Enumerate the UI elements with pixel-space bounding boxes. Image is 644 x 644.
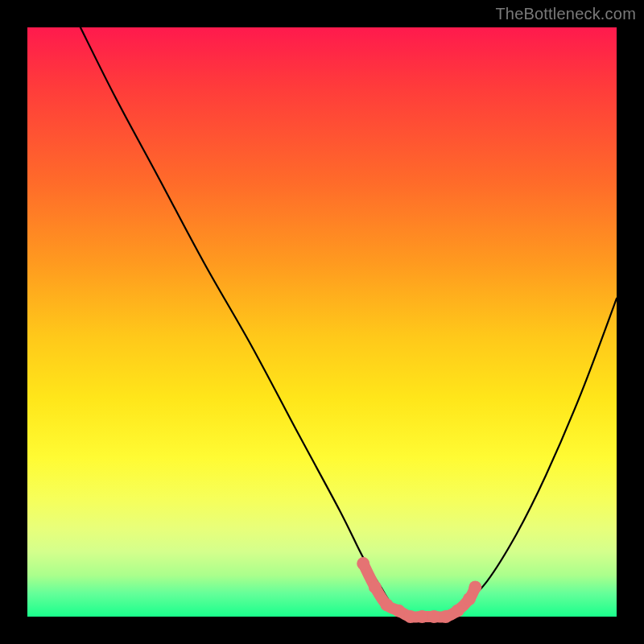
- curve-layer: [27, 27, 617, 617]
- optimal-zone-dot: [392, 605, 405, 617]
- chart-frame: TheBottleneck.com: [0, 0, 644, 644]
- optimal-zone-dot: [427, 610, 440, 623]
- plot-area: [27, 27, 617, 617]
- optimal-zone-dots: [357, 557, 481, 623]
- bottleneck-curve: [80, 27, 617, 617]
- optimal-zone-dot: [357, 557, 369, 570]
- optimal-zone-dot: [369, 580, 382, 593]
- optimal-zone-dot: [381, 598, 394, 611]
- optimal-zone-dot: [440, 610, 452, 623]
- optimal-zone-dot: [415, 610, 428, 623]
- optimal-zone-dot: [451, 605, 464, 617]
- optimal-zone-dot: [463, 592, 476, 605]
- optimal-zone-dot: [404, 610, 417, 623]
- watermark-text: TheBottleneck.com: [495, 5, 636, 23]
- optimal-zone-dot: [469, 580, 481, 593]
